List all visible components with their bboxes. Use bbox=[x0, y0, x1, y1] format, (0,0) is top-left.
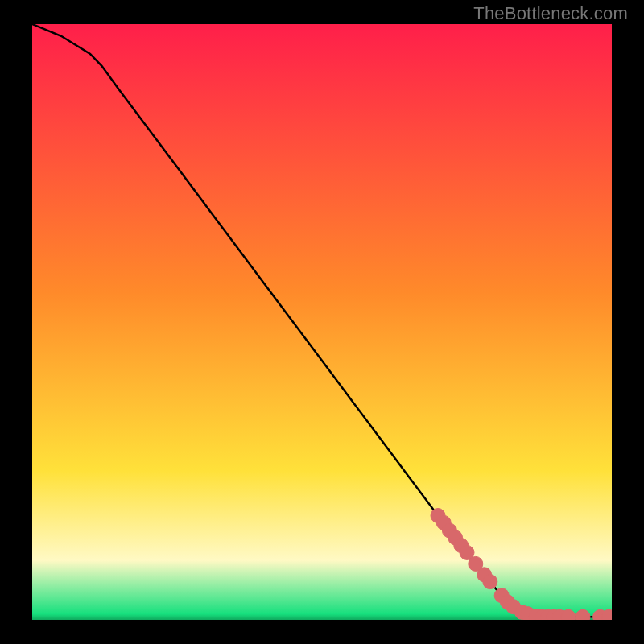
chart-stage: TheBottleneck.com bbox=[0, 0, 644, 644]
gradient-background bbox=[32, 24, 612, 620]
data-marker bbox=[561, 609, 576, 620]
attribution-label: TheBottleneck.com bbox=[473, 3, 628, 24]
chart-svg bbox=[32, 24, 612, 620]
chart-plot bbox=[32, 24, 612, 620]
data-marker bbox=[483, 575, 497, 589]
data-marker bbox=[576, 609, 590, 620]
